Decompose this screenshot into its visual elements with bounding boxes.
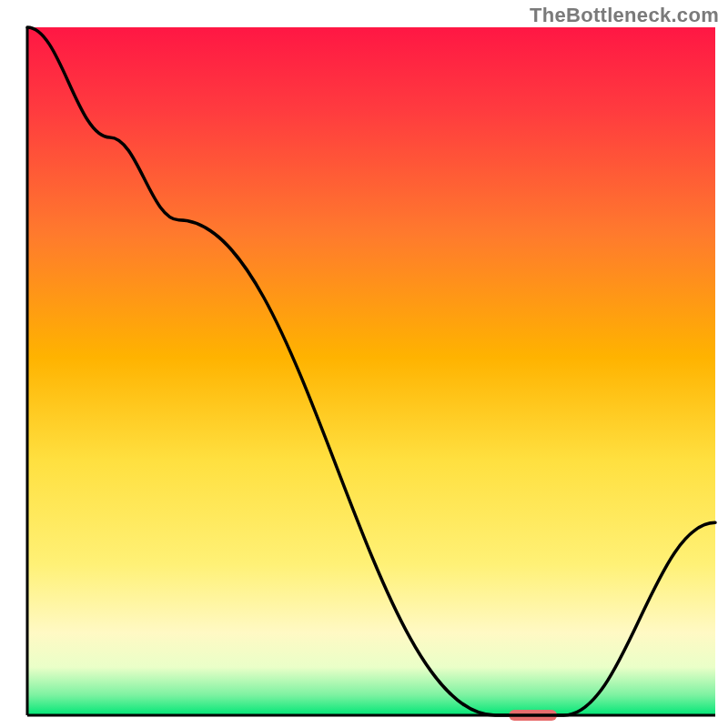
plot-background <box>27 27 715 715</box>
bottleneck-chart <box>0 0 728 728</box>
chart-stage: TheBottleneck.com <box>0 0 728 728</box>
